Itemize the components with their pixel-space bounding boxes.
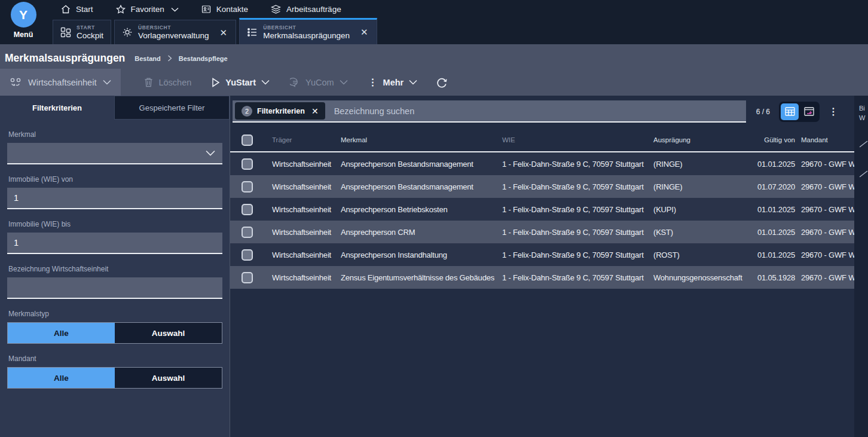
col-auspraegung[interactable]: Ausprägung	[653, 136, 754, 143]
row-checkbox[interactable]	[242, 249, 253, 261]
menu-label: Menü	[14, 30, 33, 39]
gear-icon	[122, 27, 133, 38]
cell-traeger: Wirtschaftseinheit	[272, 273, 341, 282]
cell-auspraegung: (ROST)	[653, 250, 754, 259]
tab-vorlagenverwaltung[interactable]: ÜBERSICHT Vorlagenverwaltung ✕	[114, 20, 236, 44]
table-row[interactable]: Wirtschaftseinheit Zensus Eigentumsverhä…	[230, 266, 854, 289]
row-checkbox[interactable]	[242, 204, 253, 215]
tab-cockpit[interactable]: START Cockpit	[53, 20, 111, 44]
cell-wie: 1 - Felix-Dahn-Straße 9 C, 70597 Stuttga…	[502, 182, 653, 191]
col-mandant[interactable]: Mandant	[801, 136, 854, 143]
mandant-alle-button[interactable]: Alle	[8, 368, 115, 388]
right-side-panel[interactable]: Bi W	[854, 96, 868, 437]
nav-favoriten[interactable]: Favoriten	[116, 5, 179, 14]
detail-view-button[interactable]	[800, 103, 818, 120]
row-checkbox[interactable]	[242, 181, 253, 192]
merkmalstyp-label: Merkmalstyp	[8, 310, 222, 318]
select-all-checkbox[interactable]	[242, 135, 253, 146]
close-icon[interactable]: ✕	[219, 27, 229, 38]
chevron-down-icon	[340, 80, 348, 85]
search-field[interactable]: 2 Filterkriterien ✕	[233, 100, 746, 123]
bezeichnung-label: Bezeichnung Wirtschaftseinheit	[8, 265, 222, 273]
main-menu-button[interactable]: Y Menü	[0, 0, 47, 44]
bezeichnung-input[interactable]	[7, 277, 222, 299]
table-row[interactable]: Wirtschaftseinheit Ansprechperson CRM 1 …	[230, 221, 854, 243]
top-bar: Y Menü Start Favoriten	[0, 0, 868, 44]
yustart-button[interactable]: YuStart	[201, 69, 280, 96]
wie-bis-input[interactable]	[7, 233, 222, 254]
delete-button[interactable]: Löschen	[134, 69, 201, 96]
wie-von-input[interactable]	[7, 188, 222, 209]
view-toggle-group	[779, 102, 820, 122]
nav-arbeitsauftraege[interactable]: Arbeitsaufträge	[271, 5, 341, 14]
tab-filterkriterien[interactable]: Filterkriterien	[0, 96, 114, 120]
row-checkbox[interactable]	[242, 272, 253, 283]
cell-auspraegung: (KST)	[653, 228, 754, 237]
entity-scope-dropdown[interactable]: Wirtschaftseinheit	[0, 69, 121, 96]
col-wie[interactable]: WIE	[502, 136, 653, 143]
cell-merkmal: Zensus Eigentumsverhältnisse des Gebäude…	[341, 273, 502, 282]
nav-start-label: Start	[76, 5, 93, 14]
wie-von-label: Immobilie (WIE) von	[8, 175, 222, 184]
page-title: Merkmalsausprägungen	[5, 52, 125, 65]
yucom-button[interactable]: YuCom	[280, 69, 358, 96]
table-row[interactable]: Wirtschaftseinheit Ansprechperson Bestan…	[230, 175, 854, 198]
collapse-chevron-icon[interactable]	[859, 140, 868, 148]
tab-gespeicherte-filter[interactable]: Gespeicherte Filter	[114, 96, 230, 120]
cell-wie: 1 - Felix-Dahn-Straße 9 C, 70597 Stuttga…	[502, 250, 653, 259]
table-body: Wirtschaftseinheit Ansprechperson Bestan…	[230, 152, 854, 289]
cell-merkmal: Ansprechperson Bestandsmanagement	[341, 160, 502, 169]
cell-auspraegung: (KUPI)	[653, 205, 754, 214]
nav-kontakte[interactable]: Kontakte	[201, 5, 248, 14]
row-checkbox[interactable]	[242, 158, 253, 170]
cell-wie: 1 - Felix-Dahn-Straße 9 C, 70597 Stuttga…	[502, 205, 653, 214]
cell-mandant: 29670 - GWF W	[801, 228, 854, 237]
breadcrumb-bestandspflege[interactable]: Bestandspflege	[179, 55, 228, 62]
yustart-label: YuStart	[225, 78, 256, 87]
play-icon	[212, 78, 220, 87]
cell-auspraegung: Wohnungsgenossenschaft	[653, 273, 754, 282]
chevron-down-icon	[171, 7, 179, 12]
mandant-auswahl-button[interactable]: Auswahl	[115, 368, 222, 388]
delete-label: Löschen	[158, 78, 191, 87]
filter-criteria-chip[interactable]: 2 Filterkriterien ✕	[235, 102, 325, 120]
cell-merkmal: Ansprechperson CRM	[341, 228, 502, 237]
table-row[interactable]: Wirtschaftseinheit Ansprechperson Instan…	[230, 243, 854, 266]
cell-traeger: Wirtschaftseinheit	[272, 182, 341, 191]
contact-card-icon	[201, 5, 211, 14]
refresh-button[interactable]	[427, 69, 456, 96]
nav-start[interactable]: Start	[61, 5, 93, 14]
merkmal-select[interactable]	[7, 143, 222, 164]
more-button[interactable]: ⋮ Mehr	[358, 69, 428, 96]
cell-mandant: 29670 - GWF W	[801, 273, 854, 282]
table-options-kebab[interactable]: ⋮	[829, 106, 838, 117]
cell-gueltig-von: 01.01.2025	[754, 205, 801, 214]
merkmalstyp-alle-button[interactable]: Alle	[8, 323, 115, 343]
breadcrumb-bestand[interactable]: Bestand	[135, 55, 160, 62]
col-gueltig-von[interactable]: Gültig von	[754, 136, 801, 143]
table-row[interactable]: Wirtschaftseinheit Ansprechperson Bestan…	[230, 152, 854, 175]
collapse-chevron-icon[interactable]	[859, 170, 868, 178]
tab-merkmalsauspraegungen[interactable]: ÜBERSICHT Merkmalsausprägungen ✕	[239, 18, 377, 44]
page-header-band: Merkmalsausprägungen Bestand Bestandspfl…	[0, 44, 868, 96]
row-checkbox[interactable]	[242, 227, 253, 238]
home-icon	[61, 5, 71, 14]
col-merkmal[interactable]: Merkmal	[341, 136, 502, 143]
mandant-label: Mandant	[8, 355, 222, 363]
close-icon[interactable]: ✕	[311, 106, 319, 116]
cell-traeger: Wirtschaftseinheit	[272, 250, 341, 259]
cell-merkmal: Ansprechperson Instandhaltung	[341, 250, 502, 259]
search-input[interactable]	[333, 106, 741, 117]
cell-gueltig-von: 01.07.2020	[754, 182, 801, 191]
more-label: Mehr	[383, 78, 404, 87]
merkmalstyp-auswahl-button[interactable]: Auswahl	[115, 323, 222, 343]
nav-favoriten-label: Favoriten	[131, 5, 164, 14]
cell-wie: 1 - Felix-Dahn-Straße 9 C, 70597 Stuttga…	[502, 273, 653, 282]
col-traeger[interactable]: Träger	[272, 136, 341, 143]
kebab-icon: ⋮	[368, 77, 378, 88]
cell-gueltig-von: 01.05.1928	[754, 273, 801, 282]
table-view-button[interactable]	[781, 103, 799, 120]
cell-gueltig-von: 01.01.2025	[754, 250, 801, 259]
table-row[interactable]: Wirtschaftseinheit Ansprechperson Betrie…	[230, 198, 854, 221]
close-icon[interactable]: ✕	[359, 26, 369, 38]
